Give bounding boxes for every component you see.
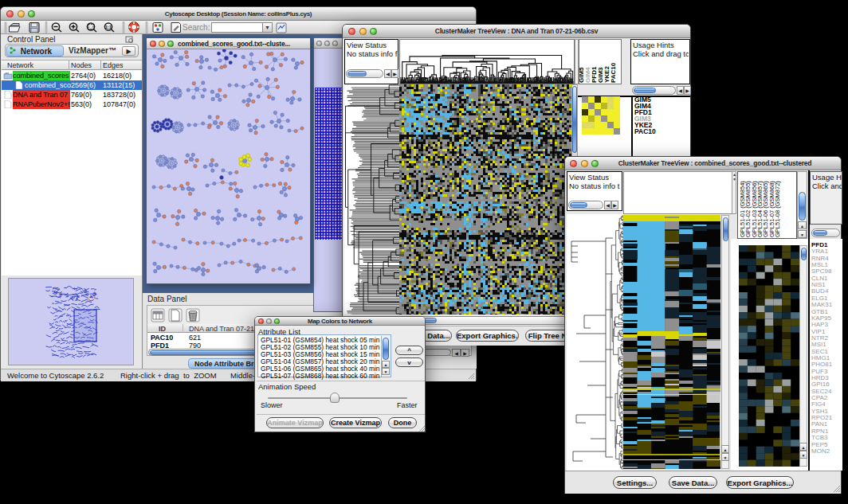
svg-text:MON2: MON2 (811, 447, 830, 455)
svg-text:PAC10: PAC10 (610, 62, 617, 83)
svg-text:1:1: 1:1 (105, 25, 112, 29)
svg-text:GPL51-08 (GSM872): GPL51-08 (GSM872) (774, 181, 781, 237)
